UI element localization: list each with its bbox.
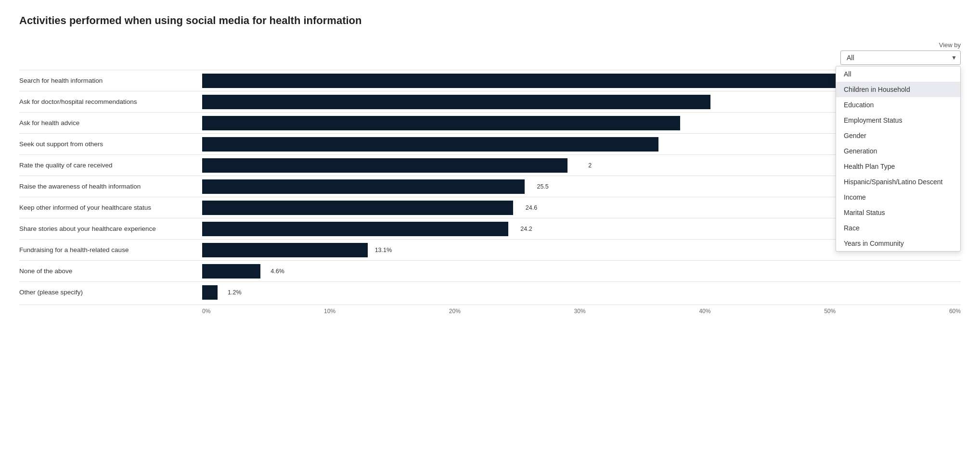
dropdown-item[interactable]: Education <box>836 97 960 113</box>
bar-label: Ask for doctor/hospital recommendations <box>19 94 202 110</box>
bar-label: Search for health information <box>19 73 202 89</box>
bar-label: Keep other informed of your healthcare s… <box>19 200 202 216</box>
dropdown-item[interactable]: Race <box>836 220 960 236</box>
bar-row: Ask for health advice <box>19 112 961 133</box>
dropdown-item[interactable]: Children in Household <box>836 82 960 97</box>
dropdown-item[interactable]: Years in Community <box>836 236 960 251</box>
bar-value: 2 <box>588 162 592 169</box>
bar-row: Share stories about your healthcare expe… <box>19 218 961 239</box>
bar-fill <box>202 116 680 130</box>
view-by-section: View by AllChildren in HouseholdEducatio… <box>19 41 961 65</box>
axis-tick: 30% <box>574 308 586 315</box>
bar-track: 1.2% <box>202 285 961 300</box>
axis-tick: 50% <box>824 308 836 315</box>
bar-fill <box>202 95 710 109</box>
axis-tick: 20% <box>449 308 461 315</box>
bar-row: Search for health information <box>19 70 961 91</box>
axis-tick: 10% <box>324 308 335 315</box>
dropdown-wrapper: AllChildren in HouseholdEducationEmploym… <box>840 51 961 65</box>
bar-fill: 2 <box>202 158 567 173</box>
bar-row: Ask for doctor/hospital recommendations <box>19 91 961 112</box>
dropdown-item[interactable]: Hispanic/Spanish/Latino Descent <box>836 174 960 190</box>
bar-label: Raise the awareness of health informatio… <box>19 178 202 195</box>
view-by-select[interactable]: AllChildren in HouseholdEducationEmploym… <box>840 51 961 65</box>
axis-row: 0%10%20%30%40%50%60% <box>19 304 961 315</box>
chart-container: View by AllChildren in HouseholdEducatio… <box>19 41 961 315</box>
view-by-label: View by <box>939 41 961 49</box>
bar-value: 25.5 <box>537 183 548 190</box>
axis-tick: 40% <box>699 308 710 315</box>
chart-title: Activities performed when using social m… <box>19 14 961 27</box>
bar-fill: 24.2 <box>202 222 508 236</box>
bar-label: Fundraising for a health-related cause <box>19 242 202 258</box>
bar-row: None of the above4.6% <box>19 260 961 281</box>
bar-label: None of the above <box>19 263 202 279</box>
bar-fill: 13.1% <box>202 243 368 257</box>
dropdown-item[interactable]: Health Plan Type <box>836 159 960 174</box>
bar-fill <box>202 137 658 152</box>
axis-tick: 60% <box>949 308 961 315</box>
bar-fill: 24.6 <box>202 201 513 215</box>
bar-value: 24.2 <box>520 226 532 232</box>
bar-label: Other (please specify) <box>19 284 202 301</box>
bar-value: 1.2% <box>228 289 242 296</box>
bar-label: Rate the quality of care received <box>19 157 202 174</box>
bar-label: Share stories about your healthcare expe… <box>19 221 202 237</box>
chart-area: Search for health informationAsk for doc… <box>19 70 961 303</box>
bar-fill: 1.2% <box>202 285 218 300</box>
dropdown-item[interactable]: Generation <box>836 143 960 159</box>
dropdown-menu: AllChildren in HouseholdEducationEmploym… <box>836 66 961 252</box>
dropdown-item[interactable]: Income <box>836 190 960 205</box>
bar-value: 24.6 <box>526 204 537 211</box>
dropdown-item[interactable]: Employment Status <box>836 113 960 128</box>
bar-fill: 25.5 <box>202 179 525 194</box>
bar-value: 13.1% <box>375 247 392 253</box>
bar-fill: 4.6% <box>202 264 260 279</box>
bar-value: 4.6% <box>271 268 284 275</box>
dropdown-item[interactable]: Marital Status <box>836 205 960 220</box>
bar-row: Raise the awareness of health informatio… <box>19 176 961 197</box>
bar-fill <box>202 74 929 88</box>
bar-row: Other (please specify)1.2% <box>19 281 961 303</box>
bar-row: Seek out support from others <box>19 133 961 154</box>
bar-row: Keep other informed of your healthcare s… <box>19 197 961 218</box>
bar-label: Seek out support from others <box>19 136 202 152</box>
dropdown-item[interactable]: Gender <box>836 128 960 143</box>
bar-track: 4.6% <box>202 264 961 279</box>
axis-ticks: 0%10%20%30%40%50%60% <box>202 305 961 315</box>
bar-row: Fundraising for a health-related cause13… <box>19 239 961 260</box>
bar-row: Rate the quality of care received2 <box>19 154 961 176</box>
axis-tick: 0% <box>202 308 210 315</box>
bar-label: Ask for health advice <box>19 115 202 131</box>
dropdown-item[interactable]: All <box>836 66 960 82</box>
